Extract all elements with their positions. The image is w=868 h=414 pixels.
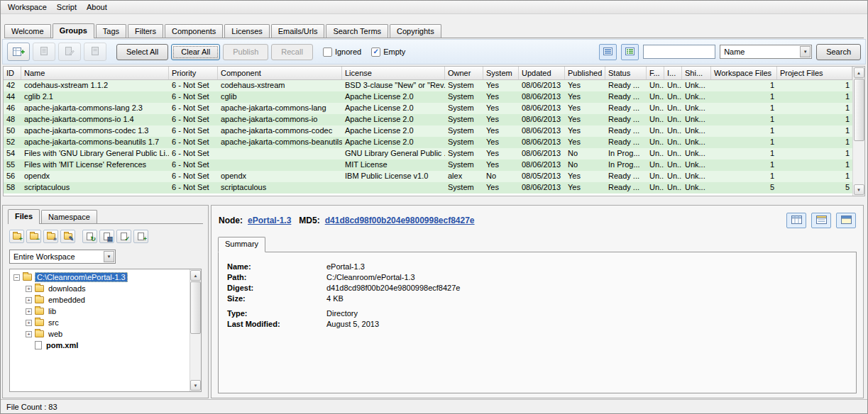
files-panel-tab-files[interactable]: Files — [8, 209, 40, 224]
empty-checkbox[interactable]: ✓ Empty — [371, 47, 405, 57]
expand-all-button[interactable]: + — [9, 230, 24, 243]
table-row[interactable]: 56opendx6 - Not SetopendxIBM Public Lice… — [4, 171, 852, 182]
collapse-expander-icon[interactable]: − — [13, 274, 20, 281]
view-report-button[interactable] — [811, 213, 831, 228]
tab-tags[interactable]: Tags — [96, 24, 126, 38]
search-field-dropdown[interactable]: Name ▼ — [720, 45, 812, 59]
expand-expander-icon[interactable]: + — [26, 297, 32, 303]
table-row[interactable]: 58scriptaculous6 - Not SetscriptaculousS… — [4, 182, 852, 194]
table-row[interactable]: 54Files with 'GNU Library General Public… — [4, 148, 852, 160]
column-header-workspace-files[interactable]: Workspace Files — [711, 67, 777, 79]
scroll-track[interactable] — [854, 79, 864, 184]
cell-i: Un... — [664, 160, 682, 171]
menu-item-script[interactable]: Script — [52, 1, 82, 13]
table-row[interactable]: 46apache-jakarta-commons-lang 2.36 - Not… — [4, 103, 852, 114]
table-row[interactable]: 42codehaus-xstream 1.1.26 - Not Setcodeh… — [4, 80, 852, 91]
node-link[interactable]: ePortal-1.3 — [248, 216, 291, 225]
tree-node-root[interactable]: −C:\Cleanroom\ePortal-1.3 — [10, 272, 189, 283]
table-row[interactable]: 48apache-jakarta-commons-io 1.46 - Not S… — [4, 114, 852, 125]
delete-group-button[interactable] — [84, 43, 106, 61]
column-header-name[interactable]: Name — [21, 67, 169, 79]
cell-component: cglib — [218, 91, 342, 103]
tree-node-embedded[interactable]: +embedded — [10, 294, 189, 306]
column-header-priority[interactable]: Priority — [169, 67, 218, 79]
column-header-status[interactable]: Status — [605, 67, 647, 79]
expand-expander-icon[interactable]: + — [26, 308, 32, 315]
refresh-button[interactable]: ↻ — [82, 230, 97, 243]
cell-updated: 08/06/2013 — [519, 80, 565, 91]
collapse-all-button[interactable]: − — [26, 230, 41, 243]
tree-node-web[interactable]: +web — [10, 328, 189, 340]
copy-button[interactable]: + — [133, 230, 148, 243]
cell-published: Yes — [565, 114, 605, 125]
ignored-checkbox[interactable]: Ignored — [323, 47, 361, 57]
promote-group-button[interactable] — [33, 43, 55, 61]
scroll-up-icon[interactable]: ▲ — [190, 270, 201, 281]
select-all-button[interactable]: Select All — [116, 44, 168, 60]
tree-node-label: embedded — [47, 296, 87, 304]
table-row[interactable]: 52apache-jakarta-commons-beanutils 1.76 … — [4, 137, 852, 148]
column-header-component[interactable]: Component — [218, 67, 342, 79]
scroll-down-icon[interactable]: ▼ — [190, 380, 201, 391]
md5-link[interactable]: d41d8cd98f00b204e9800998ecf8427e — [325, 216, 475, 225]
table-row[interactable]: 50apache-jakarta-commons-codec 1.36 - No… — [4, 125, 852, 137]
publish-button[interactable]: Publish — [223, 44, 268, 60]
view-list-toggle-button[interactable] — [599, 44, 617, 60]
report-button[interactable]: ▤ — [99, 230, 114, 243]
expand-expander-icon[interactable]: + — [26, 286, 32, 292]
files-panel-tab-namespace[interactable]: Namespace — [41, 210, 97, 223]
column-header-owner[interactable]: Owner — [445, 67, 483, 79]
search-button[interactable]: Search — [816, 44, 861, 60]
scroll-thumb[interactable] — [854, 79, 864, 141]
scroll-track[interactable] — [190, 281, 201, 379]
scope-dropdown-value: Entire Workspace — [13, 252, 75, 261]
column-header-i[interactable]: I... — [664, 67, 682, 79]
menu-item-about[interactable]: About — [82, 1, 112, 13]
approve-button[interactable]: ✓ — [116, 230, 131, 243]
scroll-up-icon[interactable]: ▲ — [854, 67, 864, 78]
tree-node-pom-xml[interactable]: pom.xml — [10, 340, 189, 351]
tab-copyrights[interactable]: Copyrights — [390, 24, 441, 38]
scope-dropdown[interactable]: Entire Workspace ▼ — [9, 250, 116, 264]
cell-status: In Prog... — [605, 148, 647, 160]
tree-node-lib[interactable]: +lib — [10, 306, 189, 317]
tree-vertical-scrollbar[interactable]: ▲ ▼ — [189, 269, 201, 391]
table-row[interactable]: 44cglib 2.16 - Not SetcglibApache Licens… — [4, 91, 852, 103]
table-vertical-scrollbar[interactable]: ▲ ▼ — [852, 67, 864, 196]
column-header-id[interactable]: ID — [4, 67, 21, 79]
view-window-button[interactable] — [836, 213, 856, 228]
detail-tab-summary[interactable]: Summary — [218, 237, 265, 252]
search-input[interactable] — [643, 45, 715, 59]
menu-item-workspace[interactable]: Workspace — [3, 1, 52, 13]
table-row[interactable]: 55Files with 'MIT License' References6 -… — [4, 160, 852, 171]
column-header-published[interactable]: Published — [565, 67, 605, 79]
tree-node-src[interactable]: +src — [10, 317, 189, 328]
column-header-updated[interactable]: Updated — [519, 67, 565, 79]
tab-licenses[interactable]: Licenses — [224, 24, 269, 38]
scroll-down-icon[interactable]: ▼ — [854, 184, 864, 195]
add-group-button[interactable] — [7, 43, 30, 61]
recall-button[interactable]: Recall — [271, 44, 313, 60]
column-header-f[interactable]: F... — [647, 67, 664, 79]
tree-node-downloads[interactable]: +downloads — [10, 283, 189, 294]
view-detail-toggle-button[interactable] — [621, 44, 639, 60]
view-grid-button[interactable] — [786, 213, 806, 228]
column-header-system[interactable]: System — [483, 67, 519, 79]
tab-filters[interactable]: Filters — [128, 24, 163, 38]
expand-branch-button[interactable]: » — [43, 230, 58, 243]
expand-expander-icon[interactable]: + — [26, 331, 32, 337]
column-header-shi[interactable]: Shi... — [682, 67, 711, 79]
tab-components[interactable]: Components — [165, 24, 223, 38]
tab-search-terms[interactable]: Search Terms — [326, 24, 388, 38]
tab-groups[interactable]: Groups — [53, 23, 94, 38]
scroll-thumb[interactable] — [190, 281, 201, 334]
column-header-project-files[interactable]: Project Files — [777, 67, 852, 79]
edit-tree-button[interactable]: ✎ — [60, 230, 75, 243]
clear-all-button[interactable]: Clear All — [171, 44, 220, 60]
tab-emails-urls[interactable]: Emails/Urls — [271, 24, 325, 38]
expand-expander-icon[interactable]: + — [26, 320, 32, 326]
tab-welcome[interactable]: Welcome — [4, 24, 51, 38]
edit-group-button[interactable] — [58, 43, 81, 61]
column-header-license[interactable]: License — [342, 67, 445, 79]
node-detail-panel: Node: ePortal-1.3 MD5: d41d8cd98f00b204e… — [211, 205, 864, 398]
